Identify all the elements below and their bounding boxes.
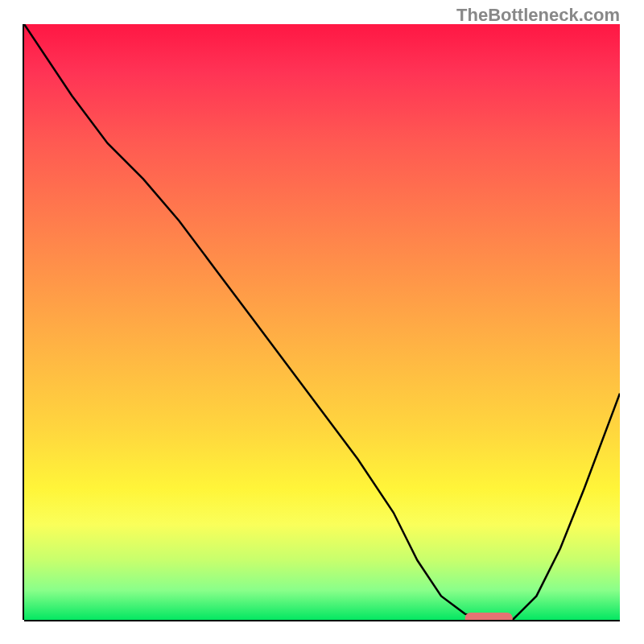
chart-container: TheBottleneck.com (0, 0, 644, 644)
plot-area (24, 24, 620, 620)
minimum-marker (465, 613, 513, 620)
chart-overlay (24, 24, 620, 620)
y-axis (23, 24, 24, 620)
watermark: TheBottleneck.com (456, 5, 620, 26)
x-axis (24, 620, 620, 621)
curve-line (24, 24, 620, 620)
